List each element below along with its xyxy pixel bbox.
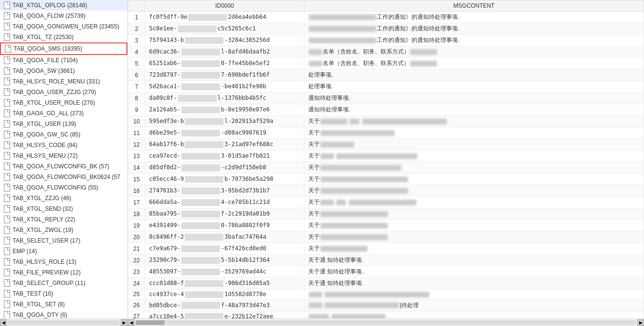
table-icon <box>3 99 11 107</box>
sidebar-item-label: TAB_QGOA_FILE (7104) <box>13 57 78 64</box>
table-row[interactable]: 10595edf3e-bl-202915af529a关于 <box>128 116 644 127</box>
table-icon <box>3 290 11 298</box>
sidebar-item-tab-qgoa-gongwen-user[interactable]: TAB_QGOA_GONGWEN_USER (23455) <box>0 21 127 32</box>
cell-msgcontent: 关于通 知待处理事项. <box>304 255 644 266</box>
table-icon <box>3 141 11 149</box>
sidebar-item-tab-xtgl-oplog[interactable]: TAB_XTGL_OPLOG (28148) <box>0 0 127 11</box>
row-number: 8 <box>128 93 145 104</box>
table-row[interactable]: 17666dda5a-4-ce785b11c21d关于 <box>128 197 644 208</box>
sidebar-item-tab-qgoa-flowconfig[interactable]: TAB_QGOA_FLOWCONFIG (55) <box>0 182 127 193</box>
sidebar-item-tab-xtgl-user[interactable]: TAB_XTGL_USER (139) <box>0 119 127 129</box>
sidebar-item-tab-xtgl-set[interactable]: TAB_XTGL_SET (8) <box>0 299 127 310</box>
table-row[interactable]: 92a126ab5-b-8e19950e87e6通知待处理事项. <box>128 104 644 116</box>
cell-id: a7cc10e4-5e-232b12e72aee <box>145 311 304 318</box>
table-row[interactable]: 1885baa795-f-2c2919da01b9关于 <box>128 208 644 220</box>
cell-id: 6d9cac36-l-8afd46daafb2 <box>145 46 304 58</box>
sidebar-item-label: TAB_FILE_PREVIEW (12) <box>13 269 81 276</box>
sidebar-item-tab-qgoa-gw-sc[interactable]: TAB_QGOA_GW_SC (85) <box>0 129 127 140</box>
cell-id: bd05dbce-f-48a7973d47e3 <box>145 299 304 311</box>
table-row[interactable]: 6723d8797-7-690bdef1fb6f处理事项. <box>128 69 644 81</box>
table-row[interactable]: 24ccc01d88-f-906d316d05a5关于通 知待处理事项. <box>128 278 644 289</box>
table-icon <box>4 45 12 53</box>
cell-id: 75f94143-b-3284c385256d <box>145 35 304 46</box>
table-row[interactable]: 8da09c8f-l-1376bbb4b5fc通知待处理事项. <box>128 93 644 104</box>
sidebar-item-label: TAB_HLSYS_ROLE_MENU (331) <box>13 78 100 85</box>
table-row[interactable]: 25c0e1ee-c5c5265c6c1工作的通知》的通知待处理事项. <box>128 23 644 35</box>
sidebar-item-tab-qgoa-dty[interactable]: TAB_QGOA_DTY (6) <box>0 310 127 318</box>
row-number: 11 <box>128 127 145 139</box>
sidebar-item-tab-qgoa-sms[interactable]: TAB_QGOA_SMS (18395) <box>0 42 127 55</box>
sidebar-item-tab-file-preview[interactable]: TAB_FILE_PREVIEW (12) <box>0 267 127 278</box>
sidebar-item-tab-select-user[interactable]: TAB_SELECT_USER (17) <box>0 235 127 246</box>
sidebar-item-tab-hlsys-role-menu[interactable]: TAB_HLSYS_ROLE_MENU (331) <box>0 76 127 87</box>
table-row[interactable]: 46d9cac36-l-8afd46daafb2名单（含姓名、职务、联系方式） <box>128 46 644 58</box>
sidebar-item-tab-xtgl-zzjg[interactable]: TAB_XTGL_ZZJG (46) <box>0 193 127 204</box>
table-icon <box>3 258 11 266</box>
sidebar-item-tab-qgoa-file[interactable]: TAB_QGOA_FILE (7104) <box>0 55 127 66</box>
cell-id: c05ecc46-9b-70736be5a298 <box>145 174 304 185</box>
table-row[interactable]: 13cea97ecd-3-01d5ae7fb021关于 <box>128 150 644 162</box>
table-row[interactable]: 14d85df0d2--c2d9df150eb8关于 <box>128 162 644 174</box>
sidebar-item-tab-test[interactable]: TAB_TEST (10) <box>0 288 127 299</box>
cell-msgcontent: 处理事项. <box>304 81 644 93</box>
sidebar-item-tab-qgoa-flowconfig-bk[interactable]: TAB_QGOA_FLOWCONFIG_BK (57) <box>0 161 127 172</box>
sidebar-item-tab-xtgl-user-role[interactable]: TAB_XTGL_USER_ROLE (276) <box>0 97 127 108</box>
scroll-track[interactable] <box>136 320 636 325</box>
cell-msgcontent: 关于 <box>304 197 644 208</box>
table-row[interactable]: 2223290c79-5-5b14db12f364关于通 知待处理事项. <box>128 255 644 266</box>
table-row[interactable]: 75d26aca1--be401b2fe90b处理事项. <box>128 81 644 93</box>
sidebar-item-tab-xtgl-send[interactable]: TAB_XTGL_SEND (32) <box>0 204 127 214</box>
sidebar-item-label: TAB_QGOA_GONGWEN_USER (23455) <box>13 23 119 30</box>
sidebar-horizontal-scrollbar[interactable]: ◀ ▶ <box>0 318 127 326</box>
sidebar-item-tab-qgoa-sw[interactable]: TAB_QGOA_SW (3661) <box>0 66 127 76</box>
sidebar-item-tab-xtgl-reply[interactable]: TAB_XTGL_REPLY (22) <box>0 214 127 225</box>
table-row[interactable]: 565251ab6-0-7fe45b8e5ef2名单（含姓名、职务、联系方式） <box>128 58 644 69</box>
table-row[interactable]: 208c8496ff-23bafac74764a关于 <box>128 231 644 243</box>
table-row[interactable]: 1264ab17f6-b3-21ad97ef688c关于 <box>128 139 644 150</box>
scroll-thumb[interactable] <box>136 320 164 325</box>
sidebar-item-tab-hlsys-code[interactable]: TAB_HLSYS_CODE (84) <box>0 140 127 150</box>
sidebar-item-tab-xtgl-tz[interactable]: TAB_XTGL_TZ (22530) <box>0 32 127 42</box>
sidebar-scroll-right[interactable]: ▶ <box>121 319 127 326</box>
table-row[interactable]: 19e4391499-0-786a8882f0f9关于 <box>128 220 644 231</box>
sidebar-item-tab-hlsys-role[interactable]: TAB_HLSYS_ROLE (13) <box>0 257 127 267</box>
sidebar-item-tab-hlsys-menu[interactable]: TAB_HLSYS_MENU (72) <box>0 150 127 161</box>
row-number: 18 <box>128 208 145 220</box>
cell-id: da09c8f-l-1376bbb4b5fc <box>145 93 304 104</box>
row-number: 22 <box>128 255 145 266</box>
table-row[interactable]: 21c7e9a679--67f426cd0ed0关于 <box>128 243 644 255</box>
table-icon <box>3 237 11 244</box>
sidebar-item-tab-qgoa-flow[interactable]: TAB_QGOA_FLOW (25739) <box>0 11 127 21</box>
bottom-scrollbar[interactable]: ◀ ▶ <box>128 318 644 326</box>
row-number: 25 <box>128 289 145 300</box>
sidebar-scroll-left[interactable]: ◀ <box>0 319 7 326</box>
cell-id: 65251ab6-0-7fe45b8e5ef2 <box>145 58 304 69</box>
table-row[interactable]: 27a7cc10e4-5e-232b12e72aee <box>128 311 644 318</box>
table-row[interactable]: 15c05ecc46-9b-70736be5a298关于 <box>128 174 644 185</box>
sidebar-item-tab-xtgl-zwgl[interactable]: TAB_XTGL_ZWGL (19) <box>0 225 127 235</box>
table-row[interactable]: 375f94143-b-3284c385256d工作的通知》的通知待处理事项. <box>128 35 644 46</box>
table-icon <box>3 184 11 191</box>
sidebar-item-tab-gaoa-gd-all[interactable]: TAB_GAOA_GD_ALL (273) <box>0 108 127 119</box>
sidebar-item-tab-qgoa-flowconfig-bk0624[interactable]: TAB_QGOA_FLOWCONFIG_BK0624 (57 <box>0 172 127 182</box>
scroll-right-arrow[interactable]: ▶ <box>637 319 644 326</box>
table-row[interactable]: 25cc4937ce-41d5582d8778e <box>128 289 644 300</box>
table-row[interactable]: 26bd05dbce-f-48a7973d47e3 }待处理 <box>128 299 644 311</box>
table-icon <box>3 131 11 138</box>
scroll-left-arrow[interactable]: ◀ <box>128 319 135 326</box>
sidebar-scroll-track[interactable] <box>8 320 120 325</box>
row-number: 23 <box>128 266 145 278</box>
table-row[interactable]: 16274761b3-3-95bd2d73b1b7关于 <box>128 185 644 197</box>
data-table-container[interactable]: ID0000 MSGCONTENT 1fc0f5dff-9e2d6ea4ebb6… <box>128 0 644 318</box>
sidebar-item-label: EMP (14) <box>13 248 37 255</box>
cell-id: 2a126ab5-b-8e19950e87e6 <box>145 104 304 116</box>
sidebar-scroll-area[interactable]: TAB_XTGL_OPLOG (28148)TAB_QGOA_FLOW (257… <box>0 0 127 318</box>
sidebar-item-label: TAB_GAOA_GD_ALL (273) <box>13 110 83 117</box>
sidebar-item-tab-qgoa-user-zzjg[interactable]: TAB_QGOA_USER_ZZJG (279) <box>0 87 127 97</box>
sidebar-item-tab-select-group[interactable]: TAB_SELECT_GROUP (11) <box>0 278 127 288</box>
table-row[interactable]: 11d6be29e5--d08ac9987619关于 <box>128 127 644 139</box>
table-row[interactable]: 2348553097--3529769ad44c关于通 知待处理事项. <box>128 266 644 278</box>
sidebar-item-emp[interactable]: EMP (14) <box>0 246 127 257</box>
row-number: 13 <box>128 150 145 162</box>
table-row[interactable]: 1fc0f5dff-9e2d6ea4ebb64工作的通知》的通知待处理事项. <box>128 12 644 23</box>
